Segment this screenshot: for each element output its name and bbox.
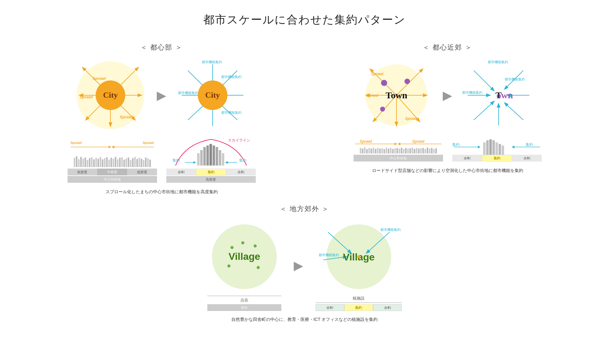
svg-text:都市機能集約: 都市機能集約 <box>462 91 483 94</box>
city-hidens: 高密度 <box>166 176 256 183</box>
svg-rect-124 <box>390 148 392 153</box>
svg-rect-141 <box>427 148 428 153</box>
svg-rect-64 <box>149 160 151 167</box>
ten-ari-label: 点在 <box>207 297 281 303</box>
svg-text:Sprawl: Sprawl <box>412 139 425 144</box>
svg-rect-129 <box>401 148 402 153</box>
svg-rect-53 <box>126 158 127 167</box>
svg-point-171 <box>357 255 360 258</box>
svg-rect-39 <box>95 158 97 167</box>
page-title: 都市スケールに合わせた集約パターン <box>19 12 590 27</box>
svg-point-89 <box>380 107 385 112</box>
svg-rect-119 <box>379 149 381 153</box>
svg-rect-57 <box>134 157 136 167</box>
svg-rect-143 <box>431 148 433 153</box>
svg-rect-153 <box>492 140 495 155</box>
svg-line-98 <box>474 101 494 120</box>
city-arrow: ▶ <box>157 88 166 102</box>
svg-rect-70 <box>213 145 215 166</box>
svg-rect-135 <box>414 149 415 153</box>
svg-text:都市機能集約: 都市機能集約 <box>202 60 222 64</box>
village-after-strips: 余剰 集約 余剰 <box>316 304 402 311</box>
svg-rect-110 <box>360 148 361 153</box>
svg-point-161 <box>227 264 230 268</box>
city-before-svg: City Sprawl Sprawl Sprawl <box>73 58 147 132</box>
town-left-chart: Sprawl Sprawl <box>354 139 443 162</box>
city-right-strips: 余剰 集約 余剰 <box>166 169 256 175</box>
svg-rect-65 <box>197 153 200 166</box>
city-center-label: 中心市街地 <box>68 176 157 183</box>
svg-rect-145 <box>435 148 437 153</box>
svg-text:集約: 集約 <box>452 142 460 147</box>
svg-rect-51 <box>121 157 123 167</box>
svg-rect-138 <box>420 148 422 153</box>
svg-rect-38 <box>93 159 95 167</box>
village-diagram-row: Village 点在 郊外 ▶ <box>207 220 402 311</box>
svg-text:集約: 集約 <box>172 158 180 162</box>
svg-rect-122 <box>386 148 387 153</box>
svg-text:Village: Village <box>228 251 260 262</box>
svg-rect-73 <box>222 153 224 166</box>
svg-text:都市機能集約: 都市機能集約 <box>221 111 242 114</box>
svg-rect-54 <box>128 157 129 167</box>
town-section-title: ＜ 都心近郊 ＞ <box>423 43 472 52</box>
svg-rect-126 <box>394 148 396 153</box>
svg-rect-45 <box>108 160 110 167</box>
svg-rect-40 <box>97 159 99 167</box>
svg-rect-42 <box>102 159 103 167</box>
town-right-svg: 集約 集約 <box>452 138 542 155</box>
svg-rect-140 <box>425 149 426 153</box>
svg-point-162 <box>257 266 260 269</box>
town-left-buildings: Sprawl Sprawl <box>354 139 443 155</box>
city-diagram-row: City Sprawl Sprawl Sprawl ▶ <box>73 58 250 132</box>
svg-rect-48 <box>115 157 116 167</box>
city-left-labels: 低密度 中密度 低密度 <box>68 169 157 175</box>
mid-density: 中密度 <box>97 169 127 175</box>
svg-rect-56 <box>132 158 134 167</box>
city-density-row: 高密度 <box>166 176 256 183</box>
svg-rect-63 <box>147 158 149 167</box>
svg-rect-37 <box>91 157 93 167</box>
svg-rect-55 <box>130 160 131 167</box>
svg-rect-52 <box>123 160 125 167</box>
svg-text:都市機能集約: 都市機能集約 <box>178 91 198 95</box>
svg-rect-136 <box>416 148 417 153</box>
city-description: スプロール化したまちの中心市街地に都市機能を高度集約 <box>106 188 218 195</box>
town-yojou-left: 余剰 <box>452 155 482 162</box>
svg-rect-112 <box>364 147 366 153</box>
svg-rect-43 <box>104 158 106 167</box>
top-row: ＜ 都心部 ＞ <box>19 43 590 195</box>
village-before-line <box>207 296 281 296</box>
village-description: 自然豊かな田舎町の中心に、教育・医療・ICT オフィスなどの核施設を集約 <box>231 316 378 323</box>
svg-text:都市機能集約: 都市機能集約 <box>319 253 339 257</box>
village-after: Village 都市機能集約 都市機能集約 核施設 余剰 集約 余剰 <box>316 220 402 311</box>
village-section-title: ＜ 地方郊外 ＞ <box>280 204 329 214</box>
svg-rect-120 <box>381 148 383 153</box>
svg-rect-128 <box>399 149 400 153</box>
village-before-chart: 点在 郊外 <box>207 296 281 311</box>
svg-rect-116 <box>373 148 374 153</box>
village-after-line <box>316 302 402 303</box>
svg-point-88 <box>404 79 410 84</box>
svg-text:集約: 集約 <box>526 142 533 147</box>
town-section: ＜ 都心近郊 ＞ <box>309 43 586 195</box>
svg-rect-139 <box>422 148 424 153</box>
town-right-strips: 余剰 集約 余剰 <box>452 155 542 162</box>
svg-rect-123 <box>388 149 389 153</box>
svg-line-94 <box>474 71 494 91</box>
svg-rect-134 <box>412 148 413 153</box>
village-before: Village 点在 郊外 <box>207 220 281 311</box>
village-before-svg: Village <box>207 220 281 294</box>
svg-rect-34 <box>85 157 86 167</box>
svg-rect-156 <box>502 145 504 155</box>
sprawl-arrow-svg <box>68 141 157 169</box>
low-density-left: 低密度 <box>68 169 97 175</box>
village-yojou-right: 余剰 <box>373 304 402 311</box>
town-before-bubble: Town Sprawl Sprawl Sprawl <box>359 58 433 132</box>
svg-rect-113 <box>366 149 368 153</box>
svg-rect-144 <box>433 149 435 153</box>
village-arrow: ▶ <box>294 258 303 272</box>
city-left-buildings: Sprawl Sprawl <box>68 141 157 169</box>
svg-rect-69 <box>209 144 212 166</box>
svg-rect-49 <box>117 159 118 167</box>
